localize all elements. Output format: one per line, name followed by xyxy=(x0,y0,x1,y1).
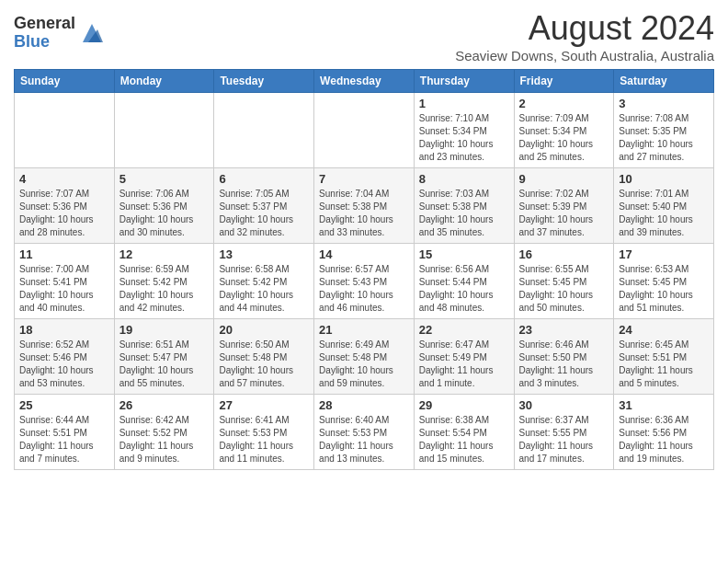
day-info: Sunrise: 6:59 AM Sunset: 5:42 PM Dayligh… xyxy=(119,263,210,315)
day-number: 3 xyxy=(619,97,709,110)
calendar-cell: 24Sunrise: 6:45 AM Sunset: 5:51 PM Dayli… xyxy=(614,319,714,395)
day-info: Sunrise: 6:57 AM Sunset: 5:43 PM Dayligh… xyxy=(319,263,409,315)
logo-blue-text: Blue xyxy=(14,33,75,52)
week-row-4: 18Sunrise: 6:52 AM Sunset: 5:46 PM Dayli… xyxy=(15,319,714,395)
calendar-cell: 30Sunrise: 6:37 AM Sunset: 5:55 PM Dayli… xyxy=(514,395,614,470)
header: General Blue August 2024 Seaview Downs, … xyxy=(14,9,714,63)
header-cell-friday: Friday xyxy=(514,70,614,93)
day-number: 6 xyxy=(219,172,309,186)
day-number: 12 xyxy=(119,247,210,261)
calendar-cell: 27Sunrise: 6:41 AM Sunset: 5:53 PM Dayli… xyxy=(214,395,314,470)
day-number: 2 xyxy=(519,97,609,110)
day-number: 28 xyxy=(319,398,409,412)
calendar-cell: 17Sunrise: 6:53 AM Sunset: 5:45 PM Dayli… xyxy=(614,244,714,319)
day-number: 30 xyxy=(519,398,609,412)
day-info: Sunrise: 6:42 AM Sunset: 5:52 PM Dayligh… xyxy=(119,414,210,465)
day-info: Sunrise: 6:45 AM Sunset: 5:51 PM Dayligh… xyxy=(619,339,709,390)
day-info: Sunrise: 6:49 AM Sunset: 5:48 PM Dayligh… xyxy=(319,339,409,390)
day-info: Sunrise: 6:47 AM Sunset: 5:49 PM Dayligh… xyxy=(419,339,509,390)
day-info: Sunrise: 6:44 AM Sunset: 5:51 PM Dayligh… xyxy=(19,414,109,465)
day-info: Sunrise: 6:52 AM Sunset: 5:46 PM Dayligh… xyxy=(19,339,109,390)
day-info: Sunrise: 6:58 AM Sunset: 5:42 PM Dayligh… xyxy=(219,263,309,315)
day-number: 19 xyxy=(119,323,210,337)
day-number: 20 xyxy=(219,323,309,337)
week-row-5: 25Sunrise: 6:44 AM Sunset: 5:51 PM Dayli… xyxy=(15,395,714,470)
calendar-cell: 31Sunrise: 6:36 AM Sunset: 5:56 PM Dayli… xyxy=(614,395,714,470)
calendar-cell: 25Sunrise: 6:44 AM Sunset: 5:51 PM Dayli… xyxy=(15,395,115,470)
day-info: Sunrise: 7:02 AM Sunset: 5:39 PM Dayligh… xyxy=(519,188,609,239)
calendar-cell: 1Sunrise: 7:10 AM Sunset: 5:34 PM Daylig… xyxy=(414,93,514,168)
day-number: 23 xyxy=(519,323,609,337)
calendar-cell: 6Sunrise: 7:05 AM Sunset: 5:37 PM Daylig… xyxy=(214,168,314,244)
day-info: Sunrise: 6:56 AM Sunset: 5:44 PM Dayligh… xyxy=(419,263,509,315)
day-number: 14 xyxy=(319,247,409,261)
day-number: 1 xyxy=(419,97,509,110)
calendar-cell: 21Sunrise: 6:49 AM Sunset: 5:48 PM Dayli… xyxy=(314,319,415,395)
day-info: Sunrise: 7:07 AM Sunset: 5:36 PM Dayligh… xyxy=(19,188,109,239)
month-title: August 2024 xyxy=(455,9,714,48)
calendar-cell: 19Sunrise: 6:51 AM Sunset: 5:47 PM Dayli… xyxy=(114,319,214,395)
day-number: 10 xyxy=(619,172,709,186)
calendar-cell: 23Sunrise: 6:46 AM Sunset: 5:50 PM Dayli… xyxy=(514,319,614,395)
day-info: Sunrise: 6:36 AM Sunset: 5:56 PM Dayligh… xyxy=(619,414,709,465)
day-number: 9 xyxy=(519,172,609,186)
week-row-1: 1Sunrise: 7:10 AM Sunset: 5:34 PM Daylig… xyxy=(15,93,714,168)
day-number: 16 xyxy=(519,247,609,261)
header-cell-tuesday: Tuesday xyxy=(214,70,314,93)
calendar-cell: 16Sunrise: 6:55 AM Sunset: 5:45 PM Dayli… xyxy=(514,244,614,319)
calendar-cell: 22Sunrise: 6:47 AM Sunset: 5:49 PM Dayli… xyxy=(414,319,514,395)
day-number: 24 xyxy=(619,323,709,337)
calendar-cell: 15Sunrise: 6:56 AM Sunset: 5:44 PM Dayli… xyxy=(414,244,514,319)
day-info: Sunrise: 7:00 AM Sunset: 5:41 PM Dayligh… xyxy=(19,263,109,315)
calendar-cell xyxy=(214,93,314,168)
calendar-cell: 18Sunrise: 6:52 AM Sunset: 5:46 PM Dayli… xyxy=(15,319,115,395)
week-row-3: 11Sunrise: 7:00 AM Sunset: 5:41 PM Dayli… xyxy=(15,244,714,319)
title-area: August 2024 Seaview Downs, South Austral… xyxy=(455,9,714,63)
day-number: 17 xyxy=(619,247,709,261)
day-info: Sunrise: 7:03 AM Sunset: 5:38 PM Dayligh… xyxy=(419,188,509,239)
week-row-2: 4Sunrise: 7:07 AM Sunset: 5:36 PM Daylig… xyxy=(15,168,714,244)
day-info: Sunrise: 7:04 AM Sunset: 5:38 PM Dayligh… xyxy=(319,188,409,239)
day-info: Sunrise: 6:50 AM Sunset: 5:48 PM Dayligh… xyxy=(219,339,309,390)
day-info: Sunrise: 7:01 AM Sunset: 5:40 PM Dayligh… xyxy=(619,188,709,239)
logo-general-text: General xyxy=(14,15,75,33)
calendar-cell: 26Sunrise: 6:42 AM Sunset: 5:52 PM Dayli… xyxy=(114,395,214,470)
day-number: 22 xyxy=(419,323,509,337)
calendar-cell: 9Sunrise: 7:02 AM Sunset: 5:39 PM Daylig… xyxy=(514,168,614,244)
calendar-cell: 11Sunrise: 7:00 AM Sunset: 5:41 PM Dayli… xyxy=(15,244,115,319)
calendar-table: SundayMondayTuesdayWednesdayThursdayFrid… xyxy=(14,69,714,470)
day-info: Sunrise: 6:38 AM Sunset: 5:54 PM Dayligh… xyxy=(419,414,509,465)
day-number: 4 xyxy=(19,172,109,186)
calendar-cell: 20Sunrise: 6:50 AM Sunset: 5:48 PM Dayli… xyxy=(214,319,314,395)
calendar-cell: 12Sunrise: 6:59 AM Sunset: 5:42 PM Dayli… xyxy=(114,244,214,319)
day-info: Sunrise: 6:40 AM Sunset: 5:53 PM Dayligh… xyxy=(319,414,409,465)
day-info: Sunrise: 6:37 AM Sunset: 5:55 PM Dayligh… xyxy=(519,414,609,465)
location-title: Seaview Downs, South Australia, Australi… xyxy=(455,48,714,63)
calendar-cell: 14Sunrise: 6:57 AM Sunset: 5:43 PM Dayli… xyxy=(314,244,415,319)
calendar-cell xyxy=(114,93,214,168)
calendar-cell: 7Sunrise: 7:04 AM Sunset: 5:38 PM Daylig… xyxy=(314,168,415,244)
day-info: Sunrise: 6:46 AM Sunset: 5:50 PM Dayligh… xyxy=(519,339,609,390)
day-info: Sunrise: 6:55 AM Sunset: 5:45 PM Dayligh… xyxy=(519,263,609,315)
calendar-cell xyxy=(314,93,415,168)
day-number: 13 xyxy=(219,247,309,261)
calendar-cell: 5Sunrise: 7:06 AM Sunset: 5:36 PM Daylig… xyxy=(114,168,214,244)
header-cell-wednesday: Wednesday xyxy=(314,70,415,93)
calendar-cell xyxy=(15,93,115,168)
day-number: 11 xyxy=(19,247,109,261)
day-number: 26 xyxy=(119,398,210,412)
calendar-cell: 4Sunrise: 7:07 AM Sunset: 5:36 PM Daylig… xyxy=(15,168,115,244)
day-info: Sunrise: 7:05 AM Sunset: 5:37 PM Dayligh… xyxy=(219,188,309,239)
day-info: Sunrise: 6:51 AM Sunset: 5:47 PM Dayligh… xyxy=(119,339,210,390)
calendar-cell: 2Sunrise: 7:09 AM Sunset: 5:34 PM Daylig… xyxy=(514,93,614,168)
calendar-cell: 28Sunrise: 6:40 AM Sunset: 5:53 PM Dayli… xyxy=(314,395,415,470)
day-number: 31 xyxy=(619,398,709,412)
day-number: 7 xyxy=(319,172,409,186)
header-cell-thursday: Thursday xyxy=(414,70,514,93)
day-number: 5 xyxy=(119,172,210,186)
logo: General Blue xyxy=(14,15,105,52)
header-cell-sunday: Sunday xyxy=(15,70,115,93)
day-info: Sunrise: 6:53 AM Sunset: 5:45 PM Dayligh… xyxy=(619,263,709,315)
day-number: 27 xyxy=(219,398,309,412)
day-info: Sunrise: 7:08 AM Sunset: 5:35 PM Dayligh… xyxy=(619,112,709,164)
